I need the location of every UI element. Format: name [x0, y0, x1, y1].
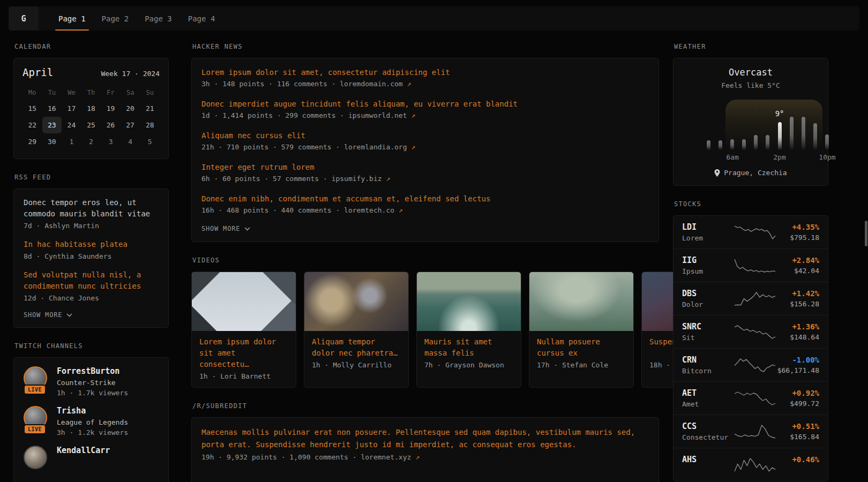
hn-item: Aliquam nec cursus elit 21h · 710 points…: [201, 130, 649, 151]
twitch-channel[interactable]: LIVE ForrestBurton Counter-Strike 1h · 1…: [24, 366, 159, 397]
hn-show-more-button[interactable]: SHOW MORE: [201, 225, 649, 232]
twitch-channel[interactable]: KendallCarr: [24, 446, 159, 470]
channel-name[interactable]: ForrestBurton: [57, 366, 128, 376]
weather-location: Prague, Czechia: [674, 169, 828, 177]
twitch-header: TWITCH CHANNELS: [14, 342, 169, 350]
stock-row[interactable]: LDI Lorem +4.35% $795.18: [674, 216, 828, 248]
video-card[interactable]: Nullam posuere cursus ex 17h · Stefan Co…: [529, 272, 634, 388]
twitch-card: LIVE ForrestBurton Counter-Strike 1h · 1…: [13, 357, 169, 482]
weather-bar-6pm: [802, 117, 805, 150]
reddit-post-title[interactable]: Maecenas mollis pulvinar erat non posuer…: [201, 426, 649, 451]
hn-item-title[interactable]: Lorem ipsum dolor sit amet, consectetur …: [201, 67, 649, 78]
hn-item-title[interactable]: Integer eget rutrum lorem: [201, 162, 649, 172]
hn-domain-link[interactable]: loremdomain.com: [340, 80, 402, 88]
calendar-widget: CALENDAR April Week 17 · 2024 Mo Tu We T…: [13, 43, 169, 159]
chevron-down-icon: [244, 227, 250, 231]
video-thumbnail[interactable]: [417, 272, 521, 331]
video-thumbnail[interactable]: [642, 272, 677, 331]
hn-domain-link[interactable]: loremtech.co: [344, 206, 394, 214]
page-tabs: Page 1 Page 2 Page 3 Page 4: [50, 6, 223, 31]
videos-row: Lorem ipsum dolor sit amet consectetu… 1…: [191, 272, 677, 388]
video-thumbnail[interactable]: [304, 272, 408, 331]
hacker-news-header: HACKER NEWS: [192, 43, 677, 50]
video-thumbnail[interactable]: [529, 272, 633, 331]
rss-item-title[interactable]: Donec tempor eros leo, ut commodo mauris…: [24, 197, 159, 220]
hn-item-title[interactable]: Aliquam nec cursus elit: [201, 130, 649, 141]
channel-game: League of Legends: [57, 418, 128, 426]
hn-domain-link[interactable]: ipsumworld.net: [348, 111, 407, 119]
video-thumbnail[interactable]: [192, 272, 296, 331]
stock-name: [682, 466, 734, 475]
channel-name[interactable]: KendallCarr: [57, 446, 110, 456]
stock-sparkline: [734, 257, 776, 274]
stock-ticker: CCS: [682, 421, 734, 431]
video-title[interactable]: Aliquam tempor dolor nec pharetra…: [312, 336, 401, 359]
stock-price: $148.64: [776, 333, 819, 341]
stock-change: -1.00%: [776, 356, 819, 364]
hn-meta-text: 16h · 468 points · 440 comments ·: [201, 206, 344, 214]
stock-sparkline: [734, 290, 776, 307]
page-scrollbar-thumb[interactable]: [865, 221, 867, 246]
tab-page-1[interactable]: Page 1: [50, 6, 94, 31]
hn-item-meta: 6h · 60 points · 57 comments · ipsumify.…: [201, 175, 649, 183]
stock-name: Amet: [682, 400, 734, 408]
reddit-domain-link[interactable]: loremnet.xyz: [361, 453, 411, 461]
tab-page-4[interactable]: Page 4: [180, 6, 223, 31]
video-card[interactable]: Suspendisse diam 18h · Tara: [641, 272, 677, 388]
weather-time-label: 2pm: [773, 153, 785, 161]
stock-sparkline: [734, 423, 776, 440]
stock-change: +2.84%: [776, 256, 819, 265]
calendar-day-header: Mo: [23, 85, 42, 100]
channel-game: Counter-Strike: [57, 379, 128, 387]
tab-page-2[interactable]: Page 2: [94, 6, 137, 31]
stock-ticker: CRN: [682, 355, 734, 365]
stock-row[interactable]: AHS +0.46%: [674, 448, 828, 481]
hn-meta-text: 1d · 1,414 points · 299 comments ·: [201, 111, 348, 119]
calendar-day: 17: [62, 100, 81, 117]
weather-hourly-chart: 9°: [707, 101, 829, 150]
subreddit-header: /R/SUBREDDIT: [192, 402, 677, 410]
video-title[interactable]: Nullam posuere cursus ex: [537, 336, 626, 359]
stock-row[interactable]: AET Amet +0.92% $499.72: [674, 381, 828, 415]
hn-meta-text: 3h · 148 points · 116 comments ·: [201, 80, 340, 88]
external-link-icon: ↗: [407, 80, 411, 88]
rss-show-more-button[interactable]: SHOW MORE: [24, 311, 159, 319]
calendar-day-next-month: 1: [62, 133, 81, 150]
video-title[interactable]: Mauris sit amet massa felis: [424, 336, 513, 359]
hn-item-meta: 3h · 148 points · 116 comments · loremdo…: [201, 80, 649, 88]
twitch-channel[interactable]: LIVE Trisha League of Legends 3h · 1.2k …: [24, 406, 159, 436]
stock-name: Dolor: [682, 300, 734, 308]
channel-name[interactable]: Trisha: [57, 406, 128, 416]
calendar-day: 29: [23, 133, 42, 150]
app-logo[interactable]: G: [9, 6, 39, 31]
weather-bar-12pm: [766, 135, 769, 150]
video-card[interactable]: Lorem ipsum dolor sit amet consectetu… 1…: [191, 272, 296, 388]
stock-ticker: AET: [682, 388, 734, 398]
subreddit-card: Maecenas mollis pulvinar erat non posuer…: [191, 417, 659, 482]
channel-meta: 3h · 1.2k viewers: [57, 428, 128, 436]
stock-row[interactable]: CRN Bitcorn -1.00% $66,171.48: [674, 348, 828, 381]
hn-domain-link[interactable]: loremlandia.org: [344, 143, 407, 151]
weather-bar-10pm: [825, 134, 829, 150]
calendar-day: 18: [81, 100, 101, 117]
stock-row[interactable]: IIG Ipsum +2.84% $42.04: [674, 248, 828, 282]
video-card[interactable]: Mauris sit amet massa felis 7h · Grayson…: [416, 272, 521, 388]
hn-item-title[interactable]: Donec imperdiet augue tincidunt felis al…: [201, 99, 649, 109]
hn-item: Donec enim nibh, condimentum et accumsan…: [201, 193, 649, 214]
tab-page-3[interactable]: Page 3: [137, 6, 180, 31]
hn-item-title[interactable]: Donec enim nibh, condimentum et accumsan…: [201, 193, 649, 204]
avatar: [24, 446, 47, 469]
videos-header: VIDEOS: [192, 257, 677, 264]
show-more-label: SHOW MORE: [24, 311, 62, 319]
rss-item-title[interactable]: Sed volutpat nulla nisl, a condimentum n…: [24, 269, 159, 292]
video-title[interactable]: Lorem ipsum dolor sit amet consectetu…: [199, 336, 288, 370]
video-card[interactable]: Aliquam tempor dolor nec pharetra… 1h · …: [304, 272, 409, 388]
rss-item-title[interactable]: In hac habitasse platea: [24, 239, 159, 250]
stock-ticker: LDI: [682, 222, 734, 232]
stock-row[interactable]: SNRC Sit +1.36% $148.64: [674, 315, 828, 348]
stock-row[interactable]: DBS Dolor +1.42% $156.28: [674, 282, 828, 315]
stock-sparkline: [734, 323, 776, 341]
stock-row[interactable]: CCS Consectetur +0.51% $165.84: [674, 415, 828, 448]
hn-domain-link[interactable]: ipsumify.biz: [332, 175, 382, 183]
external-link-icon: ↗: [415, 453, 420, 461]
